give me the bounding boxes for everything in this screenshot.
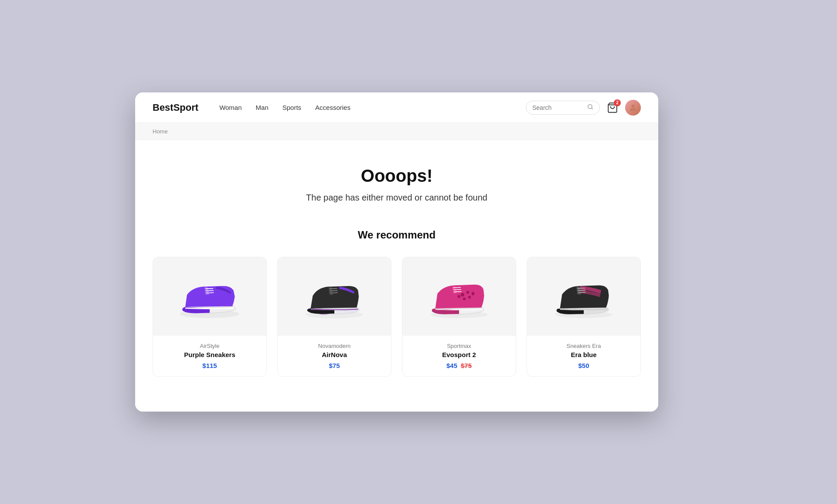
nav-link-woman[interactable]: Woman: [219, 104, 242, 111]
svg-point-19: [458, 295, 460, 298]
product-name-1: Purple Sneakers: [160, 351, 259, 358]
svg-line-6: [206, 290, 214, 291]
recommend-section: We recommend: [153, 229, 641, 377]
svg-line-5: [205, 289, 213, 289]
product-price-4: $50: [578, 362, 589, 369]
navbar: BestSport Woman Man Sports Accessories: [135, 92, 658, 123]
price-row-1: $115: [160, 362, 259, 369]
shoe-image-4: [549, 266, 619, 327]
product-brand-4: Sneakers Era: [534, 343, 633, 349]
breadcrumb-bar: Home: [135, 123, 658, 140]
shoe-image-1: [175, 266, 245, 327]
main-content: Oooops! The page has either moved or can…: [135, 140, 658, 412]
svg-line-20: [453, 287, 461, 288]
recommend-title: We recommend: [153, 229, 641, 241]
search-icon: [587, 104, 593, 112]
product-brand-3: Sportmax: [409, 343, 509, 349]
svg-line-21: [453, 289, 461, 290]
nav-links: Woman Man Sports Accessories: [219, 104, 526, 111]
svg-point-16: [472, 292, 474, 296]
product-brand-1: AirStyle: [160, 343, 259, 349]
product-image-wrapper-3: [402, 257, 516, 336]
cart-badge: 2: [614, 99, 621, 106]
error-subtitle: The page has either moved or cannot be f…: [153, 193, 641, 203]
product-price-3: $45: [446, 362, 457, 369]
svg-point-14: [461, 293, 464, 296]
product-info-2: Novamodern AirNova $75: [278, 336, 391, 376]
svg-line-11: [330, 290, 338, 291]
product-card-4[interactable]: Sneakers Era Era blue $50: [527, 257, 641, 377]
svg-line-1: [592, 108, 593, 109]
search-box[interactable]: [526, 101, 600, 115]
svg-point-17: [468, 296, 471, 298]
error-title: Oooops!: [153, 166, 641, 186]
svg-point-15: [466, 291, 469, 293]
product-name-3: Evosport 2: [409, 351, 509, 358]
product-info-4: Sneakers Era Era blue $50: [527, 336, 640, 376]
svg-line-7: [206, 293, 214, 293]
svg-line-24: [578, 288, 585, 289]
svg-line-10: [330, 289, 337, 289]
product-image-wrapper-4: [527, 257, 640, 336]
products-grid: AirStyle Purple Sneakers $115: [153, 257, 641, 377]
product-price-original-3: $75: [461, 362, 472, 369]
nav-right: 2: [526, 100, 641, 116]
product-name-2: AirNova: [285, 351, 384, 358]
product-name-4: Era blue: [534, 351, 633, 358]
product-image-wrapper-2: [278, 257, 391, 336]
svg-line-25: [578, 290, 585, 291]
shoe-image-2: [299, 266, 369, 327]
product-price-2: $75: [329, 362, 340, 369]
user-icon: [628, 103, 638, 112]
product-info-3: Sportmax Evosport 2 $45 $75: [402, 336, 516, 376]
error-section: Oooops! The page has either moved or can…: [153, 166, 641, 203]
product-card-1[interactable]: AirStyle Purple Sneakers $115: [153, 257, 267, 377]
svg-line-26: [578, 292, 586, 293]
breadcrumb-home[interactable]: Home: [153, 128, 168, 135]
svg-point-3: [631, 104, 634, 107]
price-row-2: $75: [285, 362, 384, 369]
brand-logo[interactable]: BestSport: [153, 102, 198, 113]
price-row-3: $45 $75: [409, 362, 509, 369]
user-avatar[interactable]: [625, 100, 641, 116]
cart-button[interactable]: 2: [607, 102, 618, 113]
product-image-wrapper-1: [153, 257, 266, 336]
nav-link-accessories[interactable]: Accessories: [315, 104, 350, 111]
product-brand-2: Novamodern: [285, 343, 384, 349]
product-price-1: $115: [202, 362, 217, 369]
product-card-3[interactable]: Sportmax Evosport 2 $45 $75: [402, 257, 516, 377]
product-info-1: AirStyle Purple Sneakers $115: [153, 336, 266, 376]
price-row-4: $50: [534, 362, 633, 369]
nav-link-sports[interactable]: Sports: [282, 104, 301, 111]
svg-point-18: [463, 297, 466, 300]
svg-line-22: [454, 292, 462, 292]
nav-link-man[interactable]: Man: [256, 104, 269, 111]
shoe-image-3: [424, 266, 494, 327]
svg-line-12: [330, 293, 338, 293]
search-input[interactable]: [532, 104, 584, 111]
product-card-2[interactable]: Novamodern AirNova $75: [277, 257, 391, 377]
